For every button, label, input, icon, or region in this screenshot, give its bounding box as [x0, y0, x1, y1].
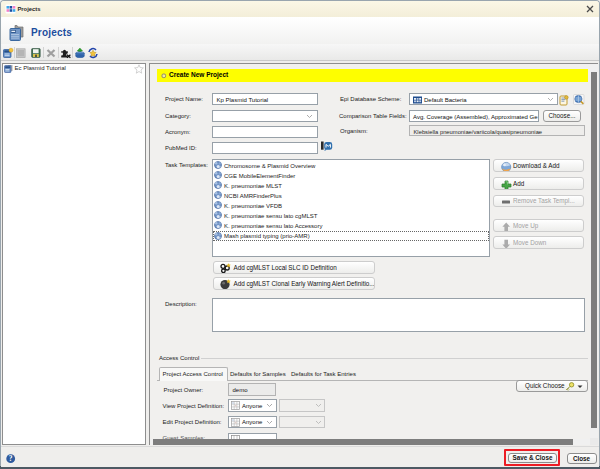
svg-text:?: ?	[8, 454, 12, 463]
